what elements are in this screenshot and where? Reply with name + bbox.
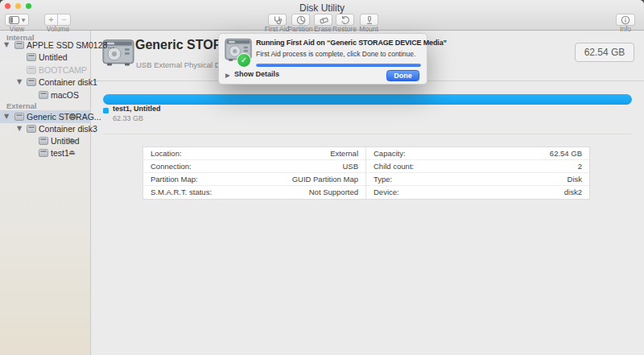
- legend-volume-size: 62.33 GB: [113, 114, 143, 122]
- detail-label: S.M.A.R.T. status:: [151, 186, 212, 199]
- table-row: S.M.A.R.T. status: Not Supported: [143, 186, 365, 199]
- sidebar-item-label: test1: [51, 148, 69, 158]
- volume-icon: [39, 149, 48, 157]
- volume-icon: [39, 91, 48, 99]
- disk-utility-window: Disk Utility ▼ View + − Volume First Aid…: [0, 0, 644, 355]
- detail-value: 2: [578, 160, 582, 173]
- restore-arrow-icon: [341, 15, 350, 25]
- detail-label: Capacity:: [374, 147, 406, 160]
- show-details-toggle[interactable]: Show Details: [234, 70, 279, 78]
- disclosure-triangle-icon[interactable]: ▼: [17, 125, 22, 132]
- eject-icon[interactable]: ⏏: [68, 112, 76, 120]
- volume-icon: [27, 53, 36, 61]
- progress-bar: [256, 64, 421, 67]
- volume-icon: [39, 137, 48, 145]
- success-check-icon: ✓: [237, 53, 251, 68]
- sidebar-item-untitled-external[interactable]: Untitled ⏏: [0, 134, 91, 147]
- table-row: Connection: USB: [143, 160, 365, 173]
- window-title: Disk Utility: [0, 2, 644, 14]
- table-row: Child count: 2: [366, 160, 589, 173]
- sidebar-item-label: Container disk1: [39, 77, 97, 87]
- volume-icon: [27, 66, 36, 74]
- detail-label: Connection:: [151, 160, 192, 173]
- sidebar-item-label: APPLE SSD SM0128...: [27, 40, 114, 50]
- dialog-message: First Aid process is complete, click Don…: [256, 50, 415, 58]
- internal-disk-icon: [14, 41, 24, 49]
- table-row: Partition Map: GUID Partition Map: [143, 173, 365, 186]
- sidebar-item-label: BOOTCAMP: [39, 65, 87, 75]
- titlebar-toolbar: Disk Utility ▼ View + − Volume First Aid…: [0, 0, 644, 31]
- sidebar-item-container-disk1[interactable]: ▼ Container disk1: [0, 76, 91, 89]
- eject-icon[interactable]: ⏏: [68, 148, 76, 156]
- add-volume-button[interactable]: +: [44, 14, 58, 26]
- sidebar-item-container-disk3[interactable]: ▼ Container disk3: [0, 122, 91, 135]
- sidebar-item-untitled-internal[interactable]: Untitled: [0, 51, 91, 64]
- detail-value: disk2: [564, 186, 582, 199]
- disclosure-triangle-icon[interactable]: ▼: [4, 113, 9, 120]
- restore-button[interactable]: [336, 14, 354, 26]
- detail-value: Disk: [568, 173, 582, 186]
- content-divider: [103, 134, 632, 134]
- detail-value: Not Supported: [309, 186, 358, 199]
- container-icon: [27, 125, 36, 133]
- mount-label: Mount: [352, 25, 386, 33]
- disclosure-triangle-icon[interactable]: ▼: [17, 78, 22, 85]
- detail-value: External: [330, 147, 358, 160]
- detail-label: Type:: [374, 173, 392, 186]
- show-details-disclosure-icon[interactable]: ▶: [225, 72, 230, 79]
- view-button[interactable]: ▼: [5, 14, 29, 26]
- remove-volume-button[interactable]: −: [57, 14, 71, 26]
- eject-icon[interactable]: ⏏: [68, 136, 76, 144]
- info-label: Info: [609, 25, 642, 33]
- volume-label: Volume: [41, 25, 75, 33]
- table-row: Type: Disk: [366, 173, 589, 186]
- sidebar: Internal ▼ APPLE SSD SM0128... Untitled …: [0, 31, 91, 355]
- sidebar-view-icon: [9, 16, 19, 24]
- stethoscope-icon: [273, 15, 283, 25]
- sidebar-item-label: macOS: [51, 90, 79, 100]
- device-size-badge: 62.54 GB: [575, 43, 634, 62]
- table-row: Device: disk2: [366, 186, 589, 199]
- disk-details-table: Location: External Connection: USB Parti…: [142, 147, 590, 200]
- sidebar-item-label: Container disk3: [39, 124, 97, 134]
- info-icon: [621, 15, 630, 25]
- done-button[interactable]: Done: [386, 70, 419, 81]
- detail-value: 62.54 GB: [550, 147, 582, 160]
- details-left-column: Location: External Connection: USB Parti…: [143, 147, 365, 199]
- mount-button[interactable]: [360, 14, 378, 26]
- detail-value: USB: [342, 160, 358, 173]
- table-row: Capacity: 62.54 GB: [366, 147, 589, 160]
- sidebar-item-label: Untitled: [39, 52, 68, 62]
- sidebar-item-test1[interactable]: test1 ⏏: [0, 147, 91, 159]
- legend-color-swatch: [103, 108, 109, 114]
- external-disk-icon: [14, 113, 24, 121]
- detail-label: Location:: [151, 147, 182, 160]
- mount-pin-icon: [365, 15, 374, 25]
- detail-label: Partition Map:: [151, 173, 198, 186]
- sidebar-item-bootcamp[interactable]: BOOTCAMP: [0, 64, 91, 76]
- disclosure-triangle-icon[interactable]: ▼: [4, 41, 9, 48]
- sidebar-item-label: Generic STORAG...: [27, 112, 101, 122]
- sidebar-item-apple-ssd[interactable]: ▼ APPLE SSD SM0128...: [0, 39, 91, 52]
- container-icon: [27, 78, 36, 86]
- erase-button[interactable]: [314, 14, 332, 26]
- info-button[interactable]: [616, 14, 635, 26]
- progress-bar-fill: [256, 64, 421, 67]
- details-right-column: Capacity: 62.54 GB Child count: 2 Type: …: [366, 147, 589, 199]
- first-aid-button[interactable]: [268, 14, 287, 26]
- partition-usage-bar[interactable]: [103, 94, 632, 105]
- detail-value: GUID Partition Map: [292, 173, 358, 186]
- sidebar-section-external: External: [6, 101, 37, 110]
- partition-pie-icon: [296, 15, 306, 25]
- sidebar-item-generic-storage[interactable]: ▼ Generic STORAG... ⏏: [0, 110, 91, 123]
- detail-label: Device:: [374, 186, 399, 199]
- partition-button[interactable]: [291, 14, 310, 26]
- legend-volume-name: test1, Untitled: [113, 105, 161, 113]
- plus-icon: +: [48, 14, 53, 24]
- table-row: Location: External: [143, 147, 365, 160]
- eraser-icon: [319, 15, 328, 25]
- first-aid-dialog: ✓ Running First Aid on “Generic STORAGE …: [218, 33, 427, 85]
- minus-icon: −: [61, 14, 66, 24]
- sidebar-item-macos[interactable]: macOS: [0, 89, 91, 101]
- view-button-label: View: [0, 25, 34, 33]
